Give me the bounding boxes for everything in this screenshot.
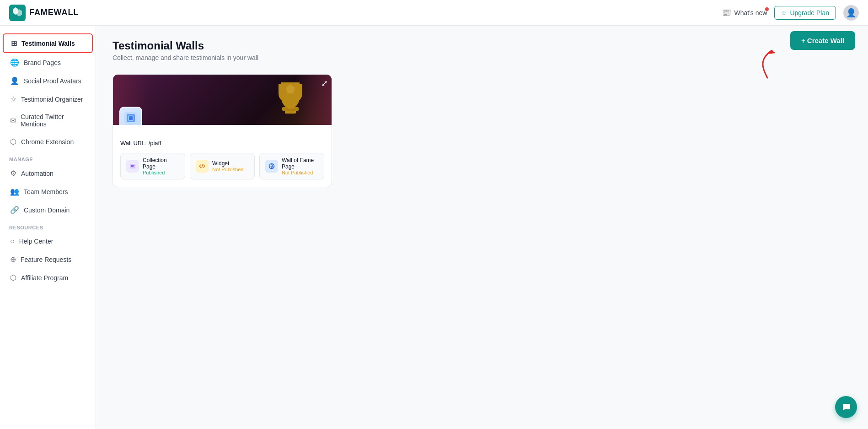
sidebar-item-label: Social Proof Avatars — [24, 77, 81, 85]
sidebar-item-label: Help Center — [19, 238, 54, 245]
top-navigation: FAMEWALL 📰 What's new ☆ Upgrade Plan 👤 — [0, 0, 868, 26]
app-body: ⊞ Testimonial Walls 🌐 Brand Pages 👤 Soci… — [0, 26, 868, 429]
svg-rect-7 — [130, 164, 135, 168]
brand-name: FAMEWALL — [29, 8, 79, 17]
domain-icon: 🔗 — [10, 206, 19, 214]
wall-card-banner: ⤢ — [113, 75, 332, 125]
user-icon: 👤 — [846, 8, 856, 18]
manage-section-label: Manage — [0, 151, 96, 164]
wall-app-icon — [119, 107, 142, 125]
whats-new-label: What's new — [734, 9, 767, 16]
testimonial-walls-icon: ⊞ — [11, 39, 17, 48]
trophy-decoration — [277, 81, 304, 119]
sidebar-item-brand-pages[interactable]: 🌐 Brand Pages — [3, 54, 93, 71]
upgrade-plan-button[interactable]: ☆ Upgrade Plan — [774, 6, 836, 20]
wall-of-fame-icon — [265, 160, 278, 173]
wall-card: ⤢ Wall URL: /piaff Collection Page Publi… — [113, 74, 332, 187]
main-content: Testimonial Walls Collect, manage and sh… — [96, 26, 868, 429]
sidebar-item-label: Chrome Extension — [21, 138, 74, 146]
brand-pages-icon: 🌐 — [10, 58, 19, 67]
sidebar-item-testimonial-organizer[interactable]: ☆ Testimonial Organizer — [3, 90, 93, 108]
sidebar-item-label: Custom Domain — [24, 206, 70, 214]
chrome-icon: ⬡ — [10, 137, 16, 146]
help-icon: ○ — [10, 237, 15, 245]
sidebar-item-label: Feature Requests — [21, 256, 71, 263]
create-wall-button[interactable]: + Create Wall — [790, 31, 855, 50]
wall-of-fame-status: Not Published — [282, 170, 318, 175]
sidebar-item-label: Brand Pages — [24, 59, 61, 66]
sidebar-item-social-proof-avatars[interactable]: 👤 Social Proof Avatars — [3, 72, 93, 90]
topnav-right: 📰 What's new ☆ Upgrade Plan 👤 — [722, 5, 859, 21]
collection-page-label: Collection Page — [143, 157, 179, 170]
wall-url-prefix: Wall URL: — [120, 140, 149, 147]
wall-url-value: /piaff — [149, 140, 161, 147]
sidebar-item-custom-domain[interactable]: 🔗 Custom Domain — [3, 201, 93, 219]
sidebar-item-feature-requests[interactable]: ⊕ Feature Requests — [3, 250, 93, 268]
sidebar-item-team-members[interactable]: 👥 Team Members — [3, 183, 93, 201]
svg-rect-6 — [129, 116, 133, 120]
create-wall-label: + Create Wall — [801, 37, 844, 44]
logo: FAMEWALL — [9, 5, 79, 21]
wall-of-fame-info: Wall of Fame Page Not Published — [282, 157, 318, 175]
widget-status: Not Published — [212, 167, 244, 172]
wall-feature-collection-page[interactable]: Collection Page Published — [120, 153, 185, 179]
sidebar-item-label: Affiliate Program — [21, 274, 68, 282]
collection-page-info: Collection Page Published — [143, 157, 179, 175]
page-title: Testimonial Walls — [113, 39, 852, 52]
sidebar-item-affiliate-program[interactable]: ⬡ Affiliate Program — [3, 269, 93, 287]
wall-url: Wall URL: /piaff — [120, 140, 324, 147]
collection-icon — [126, 160, 139, 173]
star-icon: ☆ — [781, 9, 787, 16]
affiliate-icon: ⬡ — [10, 273, 16, 282]
notification-dot — [765, 7, 769, 11]
expand-icon[interactable]: ⤢ — [321, 78, 328, 88]
upgrade-label: Upgrade Plan — [790, 9, 829, 16]
team-icon: 👥 — [10, 187, 19, 196]
sidebar-item-chrome-extension[interactable]: ⬡ Chrome Extension — [3, 133, 93, 151]
wall-of-fame-label: Wall of Fame Page — [282, 157, 318, 170]
user-avatar-button[interactable]: 👤 — [843, 5, 859, 21]
collection-page-status: Published — [143, 170, 179, 175]
widget-info: Widget Not Published — [212, 160, 244, 172]
sidebar-item-label: Curated Twitter Mentions — [21, 113, 86, 128]
twitter-icon: ✉ — [10, 116, 16, 125]
wall-feature-widget[interactable]: Widget Not Published — [190, 153, 255, 179]
widget-icon — [196, 160, 209, 173]
resources-section-label: Resources — [0, 219, 96, 232]
sidebar-item-label: Team Members — [24, 188, 68, 195]
automation-icon: ⚙ — [10, 169, 16, 178]
sidebar-item-label: Testimonial Organizer — [21, 96, 83, 103]
widget-label: Widget — [212, 160, 244, 167]
wall-feature-wall-of-fame[interactable]: Wall of Fame Page Not Published — [259, 153, 324, 179]
wall-features: Collection Page Published Widget Not Pub… — [120, 153, 324, 179]
social-proof-icon: 👤 — [10, 76, 19, 85]
sidebar-item-testimonial-walls[interactable]: ⊞ Testimonial Walls — [3, 33, 93, 53]
wall-card-body: Wall URL: /piaff Collection Page Publish… — [113, 125, 332, 187]
feature-icon: ⊕ — [10, 255, 16, 264]
sidebar-item-label: Automation — [21, 170, 54, 177]
chat-bubble-button[interactable] — [835, 396, 857, 418]
sidebar: ⊞ Testimonial Walls 🌐 Brand Pages 👤 Soci… — [0, 26, 96, 429]
sidebar-item-automation[interactable]: ⚙ Automation — [3, 164, 93, 182]
sidebar-item-curated-twitter-mentions[interactable]: ✉ Curated Twitter Mentions — [3, 109, 93, 132]
organizer-icon: ☆ — [10, 95, 16, 103]
famewall-logo-icon — [9, 5, 26, 21]
sidebar-item-help-center[interactable]: ○ Help Center — [3, 233, 93, 250]
whats-new-button[interactable]: 📰 What's new — [722, 8, 767, 17]
sidebar-item-label: Testimonial Walls — [21, 40, 75, 47]
page-subtitle: Collect, manage and share testimonials i… — [113, 54, 852, 61]
